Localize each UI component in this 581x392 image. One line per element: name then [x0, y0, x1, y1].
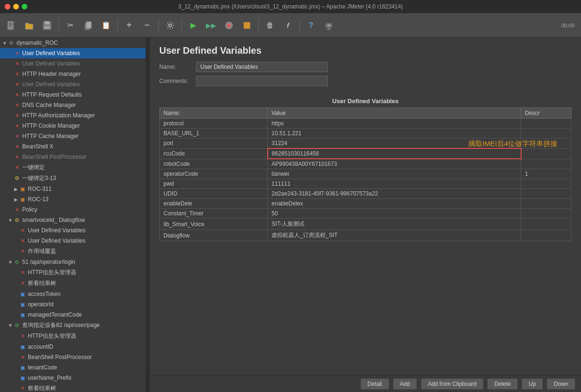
node-icon-http_request_defaults: ✕ — [13, 91, 21, 98]
node-icon-managed_tenant: ▣ — [19, 311, 26, 318]
tree-item-http_cookie_mgr[interactable]: ✕HTTP Cookie Manager — [0, 121, 146, 131]
tree-item-http_header_mgr3[interactable]: ✕HTTP信息头管理器 — [0, 331, 146, 342]
cell-name-5: operatorCode — [160, 169, 268, 179]
node-label-username_prefix: userName_Prefix — [28, 375, 72, 381]
tree-item-dynamatic_ROC[interactable]: ▼⚙dynamatic_ROC — [0, 38, 146, 48]
tree-item-api_login[interactable]: ▼⚙51 /api/operator/login — [0, 257, 146, 267]
table-row[interactable]: robotCodeAP990438A00Y67101673 — [160, 159, 572, 169]
tree-item-beanshell_x[interactable]: ✕BeanShell X — [0, 141, 146, 152]
tree-item-operator_id[interactable]: ▣operatorId — [0, 299, 146, 310]
variables-table-container: User Defined Variables Name: Value Descr… — [150, 94, 581, 375]
clear-button[interactable]: 🗑 — [262, 17, 278, 34]
tree-item-tenant_code[interactable]: ▣tenantCode — [0, 362, 146, 373]
tree-item-http_header_mgr[interactable]: ✕HTTP Header manager — [0, 69, 146, 79]
tree-item-udv2[interactable]: ✕User Defined Variables — [0, 236, 146, 246]
tree-item-beanshell_post2[interactable]: ✕BeanShell PostProcessor — [0, 352, 146, 362]
table-body: protocolhttpsBASE_URL_110.51.1.221port31… — [160, 119, 572, 241]
cell-value-9: 50 — [268, 209, 521, 219]
content-panel: User Defined Variables Name: Comments: U… — [150, 38, 581, 392]
start-no-pause-button[interactable]: ▶▶ — [203, 17, 220, 34]
add_clipboard-button[interactable]: Add from Clipboard — [421, 378, 483, 390]
comments-input[interactable] — [196, 76, 328, 86]
tree-item-account_id[interactable]: ▣accountID — [0, 342, 146, 352]
copy-button[interactable] — [80, 17, 97, 34]
maximize-button[interactable] — [22, 4, 27, 9]
elapsed-time: 00:00 — [561, 23, 578, 28]
remote-button[interactable] — [320, 17, 337, 34]
cut-button[interactable]: ✂ — [62, 17, 79, 34]
tree-item-http_header_mgr2[interactable]: ✕HTTP信息头管理器 — [0, 267, 146, 278]
function-button[interactable]: f — [279, 17, 296, 34]
tree-item-http_auth_mgr[interactable]: ✕HTTP Authorization Manager — [0, 110, 146, 121]
tree-item-user_defined_vars[interactable]: ✕User Defined Variables — [0, 48, 146, 58]
table-row[interactable]: operatorCodetianwei1 — [160, 169, 572, 179]
cell-name-1: BASE_URL_1 — [160, 129, 268, 139]
new-button[interactable] — [3, 17, 20, 34]
settings-button[interactable] — [162, 17, 179, 34]
table-title: User Defined Variables — [159, 98, 572, 105]
tree-item-roc13[interactable]: ▶▣ROC-13 — [0, 194, 146, 204]
tree-item-user_defined_vars2[interactable]: ✕User Defined Variables — [0, 58, 146, 69]
tree-item-result_tree2[interactable]: ✕察看结果树 — [0, 383, 146, 392]
node-label-result_tree1: 察看结果树 — [28, 279, 56, 287]
tree-item-managed_tenant[interactable]: ▣managedTenantCode — [0, 310, 146, 320]
add-button[interactable]: Add — [393, 378, 417, 390]
table-row[interactable]: lib_Smart_VoiceSIT-人脸测试 — [160, 219, 572, 230]
cell-name-9: Constant_Timer — [160, 209, 268, 219]
tree-item-http_request_defaults[interactable]: ✕HTTP Request Defaults — [0, 90, 146, 100]
table-row[interactable]: protocolhttps — [160, 119, 572, 129]
add-button[interactable]: + — [121, 17, 138, 34]
tree-item-dns_cache_mgr[interactable]: ✕DNS Cache Manager — [0, 100, 146, 110]
cell-value-3: 862851030116456 — [268, 148, 521, 159]
name-input[interactable] — [196, 62, 328, 72]
tree-item-smartvoice_dialogflow[interactable]: ▼⚙smartvoiceId_ Dialogflow — [0, 215, 146, 225]
table-row[interactable]: rcuCode862851030116456 — [160, 148, 572, 159]
tree-item-result_tree1[interactable]: ✕察看结果树 — [0, 278, 146, 289]
tree-item-one_key_bind2[interactable]: ⚙一键绑定3-13 — [0, 173, 146, 184]
node-label-account_id: accountID — [28, 343, 53, 350]
node-label-smartvoice_dialogflow: smartvoiceId_ Dialogflow — [22, 217, 85, 223]
table-row[interactable]: Dialogflow虚拟机器人_订房流程_SIT — [160, 230, 572, 241]
paste-button[interactable]: 📋 — [98, 17, 115, 34]
tree-item-access_token[interactable]: ▣accessToken — [0, 289, 146, 299]
tree-item-query_device[interactable]: ▼⚙查询指定设备82 /api/user/page — [0, 320, 146, 331]
resize-handle[interactable]: ⋮ — [146, 38, 150, 392]
shutdown-button[interactable] — [238, 17, 255, 34]
tree-item-udv1[interactable]: ✕User Defined Variables — [0, 225, 146, 236]
table-row[interactable]: UDID2d2ae243-3181-45f7-9361-996707573a22 — [160, 189, 572, 199]
table-row[interactable]: Constant_Timer50 — [160, 209, 572, 219]
expand-icon-roc311: ▶ — [13, 187, 19, 192]
node-icon-account_id: ▣ — [19, 343, 26, 351]
comments-field-row: Comments: — [159, 76, 572, 86]
stop-all-button[interactable] — [221, 17, 237, 34]
tree-item-user_defined_vars3[interactable]: ✕User Defined Variables — [0, 79, 146, 90]
tree-item-policy[interactable]: ✕Policy — [0, 204, 146, 215]
tree-item-beanshell_post[interactable]: ✕BeanShell PostProcessor — [0, 152, 146, 162]
close-button[interactable] — [5, 4, 10, 9]
svg-rect-11 — [227, 24, 231, 27]
table-row[interactable]: BASE_URL_110.51.1.221 — [160, 129, 572, 139]
down-button[interactable]: Down — [547, 378, 575, 390]
name-field-row: Name: — [159, 62, 572, 72]
help-button[interactable]: ? — [303, 17, 319, 34]
table-row[interactable]: enableDeleenableDelex — [160, 199, 572, 209]
table-wrapper: Name: Value Descr protocolhttpsBASE_URL_… — [159, 107, 572, 241]
cell-name-0: protocol — [160, 119, 268, 129]
cell-desc-3 — [521, 148, 572, 159]
tree-item-one_key_bind[interactable]: ✕一键绑定 — [0, 162, 146, 173]
delete-button[interactable]: Delete — [487, 378, 518, 390]
up-button[interactable]: Up — [522, 378, 543, 390]
detail-button[interactable]: Detail — [360, 378, 389, 390]
save-button[interactable] — [39, 17, 56, 34]
tree-item-scope_override[interactable]: ✕作用域覆盖 — [0, 246, 146, 257]
sep3 — [158, 19, 159, 32]
tree-item-roc311[interactable]: ▶▣ROC-311 — [0, 184, 146, 194]
svg-rect-5 — [45, 21, 49, 24]
table-row[interactable]: pwd111111 — [160, 179, 572, 189]
start-button[interactable]: ▶ — [185, 17, 202, 34]
tree-item-http_cache_mgr[interactable]: ✕HTTP Cache Manager — [0, 131, 146, 141]
remove-button[interactable]: − — [139, 17, 155, 34]
open-button[interactable] — [21, 17, 38, 34]
minimize-button[interactable] — [13, 4, 19, 9]
tree-item-username_prefix[interactable]: ▣userName_Prefix — [0, 373, 146, 383]
